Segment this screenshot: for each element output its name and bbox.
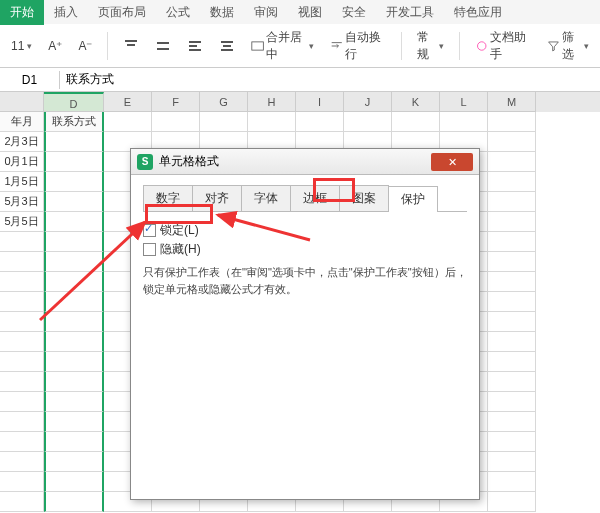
dlg-tab-pattern[interactable]: 图案 [339,185,389,211]
cell[interactable] [0,232,44,252]
cell[interactable] [0,492,44,512]
col-header-J[interactable]: J [344,92,392,112]
hide-checkbox-row[interactable]: 隐藏(H) [143,241,467,258]
cell[interactable] [248,112,296,132]
cell[interactable] [0,352,44,372]
cell[interactable] [488,192,536,212]
cell-D[interactable] [44,452,104,472]
align-top-button[interactable] [118,35,144,57]
decrease-font-button[interactable]: A⁻ [73,36,97,56]
hide-checkbox[interactable] [143,243,156,256]
cell-D[interactable] [44,172,104,192]
cell[interactable] [488,152,536,172]
cell[interactable] [488,432,536,452]
dlg-tab-number[interactable]: 数字 [143,185,193,211]
align-center-button[interactable] [214,35,240,57]
dialog-titlebar[interactable]: S 单元格格式 ✕ [131,149,479,175]
ribbon-tab-start[interactable]: 开始 [0,0,44,25]
cell-D[interactable] [44,392,104,412]
ribbon-tab-7[interactable]: 安全 [332,0,376,25]
font-size-box[interactable]: 11▾ [6,36,37,56]
cell[interactable] [488,332,536,352]
ribbon-tab-5[interactable]: 审阅 [244,0,288,25]
col-header-F[interactable]: F [152,92,200,112]
cell[interactable] [488,272,536,292]
col-header-I[interactable]: I [296,92,344,112]
cell-D[interactable] [44,432,104,452]
cell[interactable] [488,452,536,472]
number-format-select[interactable]: 常规▾ [412,26,449,66]
cell[interactable]: 年月 [0,112,44,132]
cell[interactable] [0,372,44,392]
dlg-tab-align[interactable]: 对齐 [192,185,242,211]
cell[interactable] [0,412,44,432]
merge-center-button[interactable]: 合并居中▾ [246,26,319,66]
col-header-E[interactable]: E [104,92,152,112]
cell-D[interactable] [44,252,104,272]
doc-assist-button[interactable]: 文档助手 [470,26,536,66]
cell[interactable] [488,492,536,512]
cell[interactable] [0,272,44,292]
col-header-G[interactable]: G [200,92,248,112]
cell[interactable] [0,472,44,492]
cell[interactable]: 5月5日 [0,212,44,232]
ribbon-tab-2[interactable]: 页面布局 [88,0,156,25]
cell[interactable] [488,392,536,412]
cell[interactable]: 1月5日 [0,172,44,192]
col-header-H[interactable]: H [248,92,296,112]
close-button[interactable]: ✕ [431,153,473,171]
cell-D[interactable] [44,132,104,152]
cell[interactable] [344,112,392,132]
wrap-text-button[interactable]: 自动换行 [325,26,391,66]
cell[interactable] [488,412,536,432]
cell[interactable]: 5月3日 [0,192,44,212]
cell-D[interactable] [44,232,104,252]
cell-D[interactable] [44,212,104,232]
formula-value[interactable]: 联系方式 [60,71,114,88]
col-header-M[interactable]: M [488,92,536,112]
col-header-D[interactable]: D [44,92,104,112]
cell[interactable]: 0月1日 [0,152,44,172]
cell[interactable] [392,112,440,132]
cell[interactable] [296,112,344,132]
cell-D[interactable] [44,412,104,432]
cell[interactable] [200,112,248,132]
cell[interactable] [488,212,536,232]
cell-D[interactable] [44,372,104,392]
cell-D[interactable] [44,492,104,512]
cell-D[interactable]: 联系方式 [44,112,104,132]
lock-checkbox[interactable] [143,224,156,237]
cell-D[interactable] [44,272,104,292]
col-header-L[interactable]: L [440,92,488,112]
cell-D[interactable] [44,352,104,372]
cell[interactable] [488,252,536,272]
col-header-blank[interactable] [0,92,44,112]
cell-D[interactable] [44,472,104,492]
cell[interactable] [152,112,200,132]
col-header-K[interactable]: K [392,92,440,112]
cell[interactable] [0,452,44,472]
lock-checkbox-row[interactable]: 锁定(L) [143,222,467,239]
cell[interactable] [0,332,44,352]
cell-D[interactable] [44,312,104,332]
filter-button[interactable]: 筛选▾ [542,26,594,66]
cell[interactable] [0,312,44,332]
cell[interactable] [440,112,488,132]
cell[interactable] [104,112,152,132]
cell[interactable] [488,172,536,192]
ribbon-tab-3[interactable]: 公式 [156,0,200,25]
cell-D[interactable] [44,152,104,172]
cell[interactable] [488,372,536,392]
cell[interactable]: 2月3日 [0,132,44,152]
cell-D[interactable] [44,292,104,312]
dlg-tab-border[interactable]: 边框 [290,185,340,211]
cell-D[interactable] [44,192,104,212]
cell[interactable] [488,132,536,152]
align-left-button[interactable] [182,35,208,57]
cell[interactable] [0,432,44,452]
cell[interactable] [488,352,536,372]
ribbon-tab-4[interactable]: 数据 [200,0,244,25]
align-middle-button[interactable] [150,35,176,57]
ribbon-tab-8[interactable]: 开发工具 [376,0,444,25]
cell[interactable] [488,112,536,132]
